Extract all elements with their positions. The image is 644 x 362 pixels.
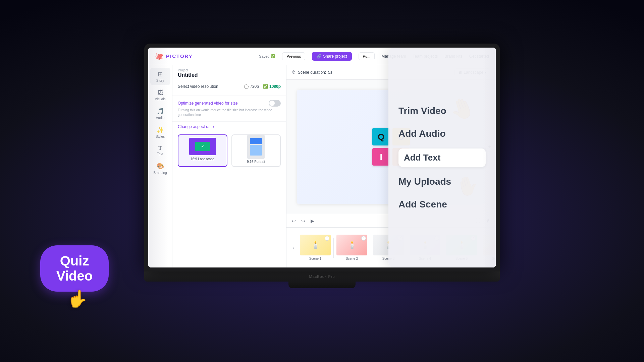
optimize-toggle[interactable]	[269, 100, 281, 107]
visuals-icon: 🖼	[157, 89, 163, 96]
landscape-preview: ✓	[189, 138, 216, 155]
share-project-button[interactable]: 🔗 Share project	[312, 52, 352, 61]
res-720-option[interactable]: 720p	[244, 84, 259, 89]
quiz-video-button[interactable]: Quiz Video	[40, 245, 109, 292]
laptop-screen: 🐙 PICTORY Saved ✅ Previous 🔗 Share	[148, 48, 496, 267]
duration-label: Scene duration:	[298, 70, 326, 75]
laptop-model-text: MacBook Pro	[309, 275, 335, 279]
trim-video-menu-item[interactable]: Trim Video	[398, 103, 486, 119]
sidebar-label-styles: Styles	[156, 135, 165, 138]
sidebar-label-audio: Audio	[156, 116, 165, 120]
logo-icon: 🐙	[155, 52, 163, 60]
scene-2-label: Scene 2	[336, 257, 367, 260]
res-1080-option[interactable]: ✅ 1080p	[263, 84, 281, 89]
text-icon: T	[158, 145, 162, 151]
resolution-section: Select video resolution 720p ✅	[172, 80, 286, 96]
duration-value: 5s	[328, 70, 332, 75]
panel-header: Project Untitled	[172, 65, 286, 80]
sidebar-item-text[interactable]: T Text	[150, 142, 170, 159]
sidebar-item-branding[interactable]: 🎨 Branding	[150, 160, 170, 177]
undo-button[interactable]: ↩	[290, 218, 297, 224]
landscape-check-icon: ✓	[201, 144, 204, 149]
change-aspect-ratio-link[interactable]: Change aspect ratio	[172, 122, 286, 132]
portrait-top	[250, 138, 262, 144]
scene-1-label: Scene 1	[300, 257, 331, 260]
optimize-section: Optimize generated video for size Turnin…	[172, 96, 286, 122]
res-1080-check-icon: ✅	[263, 84, 268, 89]
scene-thumb-1[interactable]: ⋮ 🕯️ Scene 1	[300, 235, 331, 260]
aspect-landscape-card[interactable]: ✓ 16:9 Landscape	[178, 134, 227, 167]
resolution-options: 720p ✅ 1080p	[244, 84, 281, 89]
previous-button[interactable]: Previous	[282, 52, 305, 60]
logo-text: PICTORY	[166, 53, 193, 59]
scene-thumb-2[interactable]: ⋮ 🕯️ Scene 2	[336, 235, 367, 260]
story-icon: ⊞	[158, 70, 163, 78]
tile-q: Q	[372, 128, 390, 145]
toggle-knob	[269, 101, 275, 106]
aspect-portrait-card[interactable]: 9:16 Portrait	[231, 134, 281, 167]
aspect-options: ✓ 16:9 Landscape	[172, 132, 286, 172]
cursor-hand-icon: 👆	[67, 289, 88, 308]
tile-i: I	[372, 148, 390, 166]
branding-icon: 🎨	[157, 163, 164, 170]
laptop-bezel: 🐙 PICTORY Saved ✅ Previous 🔗 Share	[144, 44, 500, 272]
resolution-row: Select video resolution 720p ✅	[178, 84, 281, 89]
add-audio-menu-item[interactable]: Add Audio	[398, 126, 486, 142]
scene-separator-1	[333, 238, 334, 258]
scene-1-thumbnail: ⋮ 🕯️	[300, 235, 331, 255]
sidebar-item-story[interactable]: ⊞ Story	[150, 68, 170, 85]
center-panel: Project Untitled Select video resolution	[172, 65, 286, 267]
scene-2-options-icon: ⋮	[361, 236, 366, 241]
portrait-label: 9:16 Portrait	[235, 160, 278, 164]
scene-1-options-icon: ⋮	[325, 236, 329, 241]
res-720-radio[interactable]	[244, 84, 249, 89]
sidebar-label-visuals: Visuals	[155, 97, 165, 101]
redo-button[interactable]: ↪	[300, 218, 307, 224]
styles-icon: ✨	[157, 126, 164, 134]
landscape-label: 16:9 Landscape	[181, 157, 224, 161]
publish-button[interactable]: Pu...	[359, 52, 375, 60]
scene-separator-2	[370, 238, 370, 258]
optimize-label: Optimize generated video for size	[178, 101, 238, 106]
portrait-bottom	[250, 145, 262, 156]
project-label: Project	[178, 68, 281, 72]
clock-icon: ⏱	[292, 70, 296, 75]
sidebar-label-story: Story	[156, 79, 164, 82]
project-title: Untitled	[178, 72, 281, 78]
left-sidebar: ⊞ Story 🖼 Visuals 🎵 Audio	[148, 65, 172, 267]
logo: 🐙 PICTORY	[155, 52, 193, 60]
laptop-base: MacBook Pro	[144, 272, 500, 282]
portrait-inner	[250, 138, 262, 156]
sidebar-item-visuals[interactable]: 🖼 Visuals	[150, 86, 170, 104]
optimize-row: Optimize generated video for size	[178, 100, 281, 107]
saved-status: Saved ✅	[259, 54, 275, 58]
scene-duration: ⏱ Scene duration: 5s	[292, 70, 332, 75]
laptop-stand	[288, 282, 356, 288]
add-text-menu-item[interactable]: Add Text	[398, 148, 486, 167]
laptop: 🐙 PICTORY Saved ✅ Previous 🔗 Share	[144, 44, 500, 298]
resolution-label: Select video resolution	[178, 84, 218, 89]
sidebar-label-branding: Branding	[153, 171, 167, 175]
timeline-prev-button[interactable]: ‹	[290, 245, 297, 250]
sidebar-item-audio[interactable]: 🎵 Audio	[150, 105, 170, 122]
floating-menu-panel: Trim Video Add Audio Add Text My Uploads…	[388, 48, 496, 267]
landscape-inner: ✓	[195, 142, 210, 151]
play-button[interactable]: ▶	[309, 218, 316, 224]
optimize-description: Turning this on would reduce the file si…	[178, 108, 281, 117]
my-uploads-menu-item[interactable]: My Uploads	[398, 174, 486, 190]
sidebar-item-styles[interactable]: ✨ Styles	[150, 124, 170, 141]
res-1080-label: 1080p	[269, 84, 281, 89]
audio-icon: 🎵	[157, 108, 164, 115]
sidebar-label-text: Text	[157, 152, 163, 156]
res-720-label: 720p	[250, 84, 259, 89]
portrait-preview	[247, 135, 265, 159]
scene-2-thumbnail: ⋮ 🕯️	[336, 235, 367, 255]
add-scene-menu-item[interactable]: Add Scene	[398, 196, 486, 213]
